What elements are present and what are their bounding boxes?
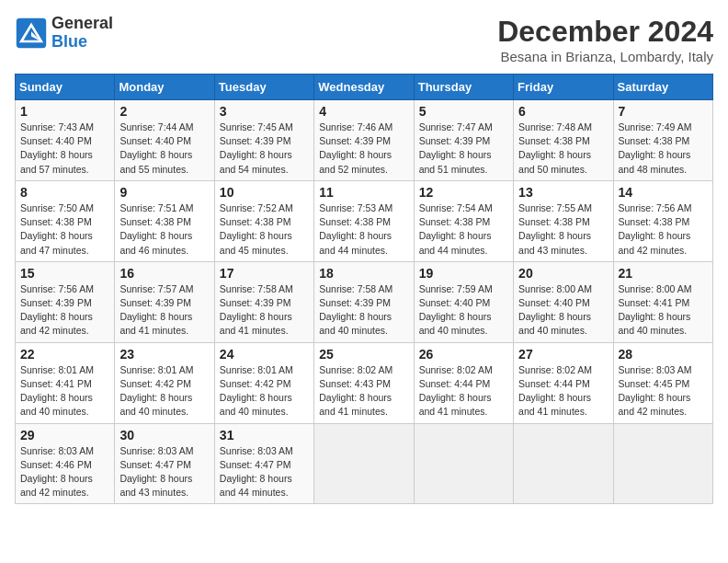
calendar-cell: 14Sunrise: 7:56 AM Sunset: 4:38 PM Dayli… (613, 180, 712, 261)
calendar-cell (514, 423, 613, 504)
day-info: Sunrise: 8:03 AM Sunset: 4:46 PM Dayligh… (20, 444, 109, 500)
day-number: 21 (619, 266, 708, 281)
day-info: Sunrise: 8:01 AM Sunset: 4:42 PM Dayligh… (119, 363, 209, 419)
day-info: Sunrise: 8:00 AM Sunset: 4:40 PM Dayligh… (518, 282, 608, 339)
day-info: Sunrise: 7:53 AM Sunset: 4:38 PM Dayligh… (319, 201, 408, 258)
day-info: Sunrise: 7:59 AM Sunset: 4:40 PM Dayligh… (419, 282, 508, 339)
calendar-cell (414, 423, 513, 504)
day-info: Sunrise: 7:56 AM Sunset: 4:38 PM Dayligh… (619, 201, 708, 258)
calendar-cell: 8Sunrise: 7:50 AM Sunset: 4:38 PM Daylig… (16, 180, 115, 261)
day-number: 8 (20, 185, 109, 200)
day-of-week-header: Wednesday (314, 75, 414, 100)
day-of-week-header: Sunday (16, 75, 115, 100)
day-number: 19 (419, 266, 508, 281)
calendar-table: SundayMondayTuesdayWednesdayThursdayFrid… (15, 74, 713, 504)
day-number: 24 (220, 347, 309, 362)
calendar-cell: 21Sunrise: 8:00 AM Sunset: 4:41 PM Dayli… (613, 261, 712, 342)
day-info: Sunrise: 8:03 AM Sunset: 4:47 PM Dayligh… (119, 444, 209, 500)
day-number: 2 (119, 104, 209, 119)
day-info: Sunrise: 7:46 AM Sunset: 4:39 PM Dayligh… (319, 121, 408, 177)
day-number: 20 (518, 266, 608, 281)
day-info: Sunrise: 7:48 AM Sunset: 4:38 PM Dayligh… (518, 121, 608, 177)
day-number: 18 (319, 266, 408, 281)
logo-line1: General (51, 15, 113, 33)
calendar-body: 1Sunrise: 7:43 AM Sunset: 4:40 PM Daylig… (16, 100, 713, 504)
calendar-cell: 11Sunrise: 7:53 AM Sunset: 4:38 PM Dayli… (314, 180, 414, 261)
calendar-cell: 1Sunrise: 7:43 AM Sunset: 4:40 PM Daylig… (16, 100, 115, 181)
calendar-cell: 19Sunrise: 7:59 AM Sunset: 4:40 PM Dayli… (414, 261, 513, 342)
day-number: 5 (419, 104, 508, 119)
day-info: Sunrise: 7:57 AM Sunset: 4:39 PM Dayligh… (119, 282, 209, 339)
calendar-week-row: 1Sunrise: 7:43 AM Sunset: 4:40 PM Daylig… (16, 100, 713, 181)
day-number: 16 (119, 266, 209, 281)
day-info: Sunrise: 7:43 AM Sunset: 4:40 PM Dayligh… (20, 121, 109, 177)
day-number: 13 (518, 185, 608, 200)
day-number: 7 (619, 104, 708, 119)
day-number: 3 (220, 104, 309, 119)
day-number: 29 (20, 428, 109, 442)
day-of-week-header: Monday (115, 75, 214, 100)
day-number: 12 (419, 185, 508, 200)
day-number: 22 (20, 347, 109, 362)
location: Besana in Brianza, Lombardy, Italy (497, 49, 713, 64)
day-info: Sunrise: 7:44 AM Sunset: 4:40 PM Dayligh… (119, 121, 209, 177)
calendar-header-row: SundayMondayTuesdayWednesdayThursdayFrid… (16, 75, 713, 100)
calendar-cell (314, 423, 414, 504)
day-number: 30 (119, 428, 209, 442)
day-number: 6 (518, 104, 608, 119)
day-number: 4 (319, 104, 408, 119)
day-number: 23 (119, 347, 209, 362)
day-info: Sunrise: 7:50 AM Sunset: 4:38 PM Dayligh… (20, 201, 109, 258)
day-info: Sunrise: 7:47 AM Sunset: 4:39 PM Dayligh… (419, 121, 508, 177)
calendar-cell: 17Sunrise: 7:58 AM Sunset: 4:39 PM Dayli… (214, 261, 313, 342)
calendar-cell: 20Sunrise: 8:00 AM Sunset: 4:40 PM Dayli… (514, 261, 613, 342)
calendar-cell: 31Sunrise: 8:03 AM Sunset: 4:47 PM Dayli… (214, 423, 313, 504)
day-number: 28 (619, 347, 708, 362)
day-info: Sunrise: 8:02 AM Sunset: 4:44 PM Dayligh… (419, 363, 508, 419)
logo: General Blue (15, 15, 113, 52)
day-info: Sunrise: 7:58 AM Sunset: 4:39 PM Dayligh… (319, 282, 408, 339)
calendar-week-row: 22Sunrise: 8:01 AM Sunset: 4:41 PM Dayli… (16, 342, 713, 423)
calendar-cell: 6Sunrise: 7:48 AM Sunset: 4:38 PM Daylig… (514, 100, 613, 181)
day-number: 25 (319, 347, 408, 362)
calendar-cell: 25Sunrise: 8:02 AM Sunset: 4:43 PM Dayli… (314, 342, 414, 423)
calendar-cell: 15Sunrise: 7:56 AM Sunset: 4:39 PM Dayli… (16, 261, 115, 342)
calendar-cell (613, 423, 712, 504)
calendar-cell: 9Sunrise: 7:51 AM Sunset: 4:38 PM Daylig… (115, 180, 214, 261)
calendar-week-row: 29Sunrise: 8:03 AM Sunset: 4:46 PM Dayli… (16, 423, 713, 504)
day-info: Sunrise: 7:55 AM Sunset: 4:38 PM Dayligh… (518, 201, 608, 258)
day-number: 1 (20, 104, 109, 119)
calendar-cell: 3Sunrise: 7:45 AM Sunset: 4:39 PM Daylig… (214, 100, 313, 181)
calendar-cell: 24Sunrise: 8:01 AM Sunset: 4:42 PM Dayli… (214, 342, 313, 423)
day-number: 17 (220, 266, 309, 281)
day-number: 31 (220, 428, 309, 442)
calendar-cell: 30Sunrise: 8:03 AM Sunset: 4:47 PM Dayli… (115, 423, 214, 504)
calendar-cell: 7Sunrise: 7:49 AM Sunset: 4:38 PM Daylig… (613, 100, 712, 181)
day-number: 15 (20, 266, 109, 281)
logo-line2: Blue (51, 33, 113, 52)
day-info: Sunrise: 7:52 AM Sunset: 4:38 PM Dayligh… (220, 201, 309, 258)
day-of-week-header: Tuesday (214, 75, 313, 100)
title-block: December 2024 Besana in Brianza, Lombard… (497, 15, 713, 64)
day-info: Sunrise: 7:49 AM Sunset: 4:38 PM Dayligh… (619, 121, 708, 177)
calendar-cell: 28Sunrise: 8:03 AM Sunset: 4:45 PM Dayli… (613, 342, 712, 423)
calendar-cell: 23Sunrise: 8:01 AM Sunset: 4:42 PM Dayli… (115, 342, 214, 423)
calendar-cell: 2Sunrise: 7:44 AM Sunset: 4:40 PM Daylig… (115, 100, 214, 181)
calendar-cell: 18Sunrise: 7:58 AM Sunset: 4:39 PM Dayli… (314, 261, 414, 342)
calendar-cell: 16Sunrise: 7:57 AM Sunset: 4:39 PM Dayli… (115, 261, 214, 342)
calendar-cell: 12Sunrise: 7:54 AM Sunset: 4:38 PM Dayli… (414, 180, 513, 261)
day-number: 14 (619, 185, 708, 200)
day-info: Sunrise: 8:01 AM Sunset: 4:42 PM Dayligh… (220, 363, 309, 419)
day-info: Sunrise: 7:58 AM Sunset: 4:39 PM Dayligh… (220, 282, 309, 339)
day-number: 26 (419, 347, 508, 362)
day-info: Sunrise: 7:51 AM Sunset: 4:38 PM Dayligh… (119, 201, 209, 258)
day-number: 9 (119, 185, 209, 200)
day-of-week-header: Saturday (613, 75, 712, 100)
day-of-week-header: Thursday (414, 75, 513, 100)
day-info: Sunrise: 8:02 AM Sunset: 4:43 PM Dayligh… (319, 363, 408, 419)
day-info: Sunrise: 8:02 AM Sunset: 4:44 PM Dayligh… (518, 363, 608, 419)
day-number: 27 (518, 347, 608, 362)
calendar-week-row: 8Sunrise: 7:50 AM Sunset: 4:38 PM Daylig… (16, 180, 713, 261)
calendar-cell: 5Sunrise: 7:47 AM Sunset: 4:39 PM Daylig… (414, 100, 513, 181)
day-info: Sunrise: 7:56 AM Sunset: 4:39 PM Dayligh… (20, 282, 109, 339)
